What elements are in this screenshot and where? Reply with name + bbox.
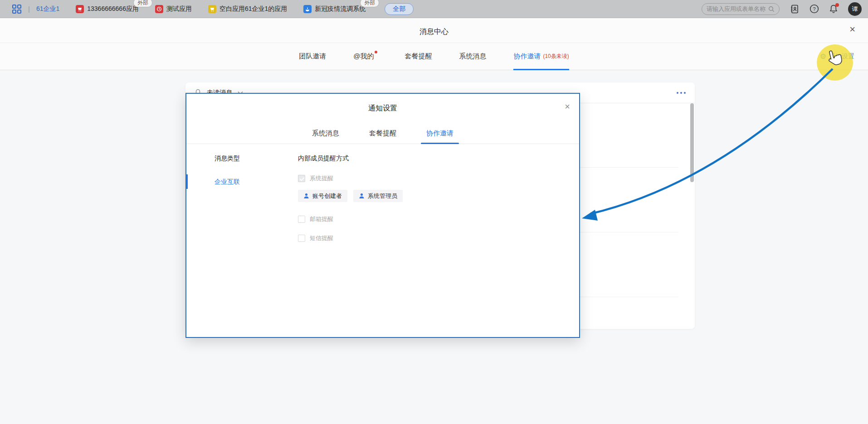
tab-collaboration-invite[interactable]: 协作邀请 (10条未读)	[513, 43, 569, 70]
message-center-header: 消息中心 × 团队邀请 @我的 套餐提醒 系统消息 协作邀请 (10条未读) ⚙	[0, 18, 868, 70]
bell-icon[interactable]	[829, 4, 838, 14]
top-bar: | 61企业1 13366666666应用 外部 测试应用 空白应用61企业1的…	[0, 0, 868, 18]
page-title: 消息中心	[0, 27, 868, 37]
checkbox-system-remind	[298, 175, 305, 182]
app-tab-2[interactable]: 测试应用	[155, 5, 192, 13]
tab-plan-reminder[interactable]: 套餐提醒	[405, 43, 432, 70]
tab-system-message[interactable]: 系统消息	[459, 43, 486, 70]
screen: | 61企业1 13366666666应用 外部 测试应用 空白应用61企业1的…	[0, 0, 868, 424]
gear-icon: ⚙	[820, 53, 826, 60]
app-icon	[208, 5, 216, 13]
member-chips: 账号创建者 系统管理员	[298, 190, 403, 202]
external-badge: 外部	[133, 0, 152, 7]
apps-grid-icon[interactable]	[12, 4, 22, 14]
message-type-header: 消息类型	[215, 154, 240, 163]
address-book-icon[interactable]	[790, 4, 800, 14]
modal-title: 通知设置	[186, 104, 579, 113]
checkbox-email-remind[interactable]	[298, 216, 305, 223]
search-icon	[768, 6, 775, 12]
notification-settings-button[interactable]: ⚙ 通知设置	[820, 53, 854, 61]
app-icon	[155, 5, 163, 13]
search-input[interactable]: 请输入应用或表单名称	[702, 3, 780, 15]
all-apps-button[interactable]: 全部	[385, 3, 414, 15]
modal-tab-system-message[interactable]: 系统消息	[312, 123, 339, 144]
option-email-remind[interactable]: 邮箱提醒	[298, 215, 333, 223]
topbar-right: 请输入应用或表单名称 ?	[702, 2, 862, 16]
active-category-indicator	[186, 174, 188, 189]
option-system-remind: 系统提醒	[298, 174, 333, 183]
tab-at-me[interactable]: @我的	[353, 43, 377, 70]
help-icon[interactable]: ?	[809, 4, 819, 14]
modal-tabs: 系统消息 套餐提醒 协作邀请	[186, 123, 579, 144]
app-tab-3[interactable]: 空白应用61企业1的应用	[208, 5, 287, 13]
modal-tab-collaboration-invite[interactable]: 协作邀请	[426, 123, 454, 144]
option-sms-remind[interactable]: 短信提醒	[298, 234, 333, 242]
external-badge: 外部	[360, 0, 379, 7]
checkbox-sms-remind[interactable]	[298, 235, 305, 242]
app-tab-1[interactable]: 13366666666应用 外部	[76, 5, 139, 13]
scrollbar[interactable]	[690, 103, 694, 182]
close-icon[interactable]: ×	[565, 102, 570, 111]
member-chip-system-admin: 系统管理员	[353, 190, 403, 202]
tab-team-invite[interactable]: 团队邀请	[299, 43, 326, 70]
modal-tab-plan-reminder[interactable]: 套餐提醒	[369, 123, 396, 144]
close-icon[interactable]: ×	[849, 24, 855, 34]
notification-settings-modal: 通知设置 × 系统消息 套餐提醒 协作邀请 消息类型 内部成员提醒方式 企业互联…	[185, 93, 580, 338]
app-icon	[303, 5, 312, 13]
category-enterprise-link[interactable]: 企业互联	[215, 178, 240, 186]
more-menu-icon[interactable]	[677, 92, 686, 94]
app-tab-4[interactable]: 新冠疫情流调系统 外部	[303, 5, 366, 13]
workspace-link[interactable]: 61企业1	[36, 5, 59, 13]
svg-text:?: ?	[813, 6, 815, 12]
avatar[interactable]: 谭	[848, 2, 862, 16]
remind-method-header: 内部成员提醒方式	[298, 154, 349, 163]
notification-dot	[835, 3, 839, 7]
divider: |	[28, 5, 30, 13]
app-icon	[76, 5, 84, 13]
member-chip-account-creator: 账号创建者	[298, 190, 347, 202]
unread-count-badge: (10条未读)	[543, 53, 569, 60]
unread-dot	[375, 51, 377, 53]
message-center-tabs: 团队邀请 @我的 套餐提醒 系统消息 协作邀请 (10条未读)	[0, 43, 868, 70]
person-icon	[359, 193, 365, 199]
person-icon	[303, 193, 309, 199]
